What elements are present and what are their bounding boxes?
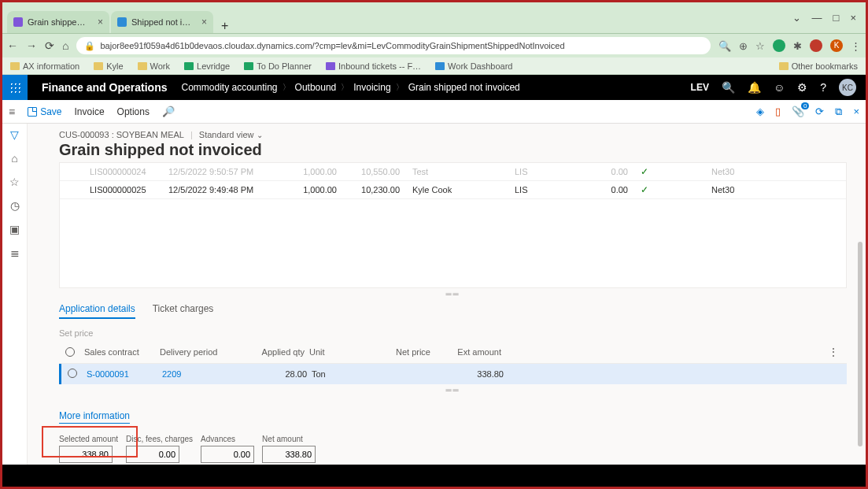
address-bar[interactable]: 🔒 bajor8ee91f059a4d61b0devaos.cloudax.dy… (76, 37, 711, 54)
breadcrumb-item[interactable]: Invoicing (353, 82, 390, 93)
scrollbar[interactable] (858, 242, 862, 446)
app-header: Finance and Operations Commodity account… (2, 75, 866, 100)
advances-field (201, 446, 254, 463)
chevron-down-icon[interactable]: ⌄ (792, 12, 801, 24)
bookmark-item[interactable]: Levridge (184, 61, 230, 71)
extension-icon[interactable] (773, 39, 785, 52)
phone-icon[interactable]: ▯ (775, 106, 781, 117)
table-row[interactable]: LIS000000025 12/5/2022 9:49:48 PM 1,000.… (60, 181, 846, 199)
tab-application-details[interactable]: Application details (59, 303, 135, 319)
breadcrumb-item[interactable]: Grain shipped not invoiced (408, 82, 520, 93)
browser-tab-2[interactable]: Shipped not invoiced - Bulk -- Fi… × (111, 11, 213, 33)
column-header[interactable]: Applied qty (254, 347, 309, 358)
back-icon[interactable]: ← (7, 39, 18, 52)
ext-amount-value: 338.80 (438, 369, 508, 379)
forward-icon[interactable]: → (26, 39, 37, 52)
select-all-radio[interactable] (65, 347, 75, 357)
tab-ticket-charges[interactable]: Ticket charges (153, 303, 214, 319)
disc-fees-label: Disc, fees, charges (126, 435, 193, 443)
attachments-icon[interactable]: 📎 (792, 106, 804, 117)
breadcrumb-item[interactable]: Commodity accounting (181, 82, 277, 93)
bell-icon[interactable]: 🔔 (748, 81, 761, 94)
invoice-button[interactable]: Invoice (75, 106, 105, 117)
find-icon[interactable]: 🔎 (162, 106, 175, 117)
extension-icon[interactable] (810, 39, 822, 52)
bookmark-item[interactable]: Work Dashboard (435, 61, 512, 71)
chevron-down-icon: ⌄ (257, 131, 263, 139)
application-row[interactable]: S-0000091 2209 28.00 Ton 338.80 (59, 364, 847, 384)
column-header[interactable]: Sales contract (81, 347, 160, 358)
avatar[interactable]: KC (839, 79, 856, 96)
advances-label: Advances (201, 435, 254, 443)
applied-qty-value: 28.00 (257, 369, 312, 379)
home-icon[interactable]: ⌂ (11, 152, 17, 165)
minimize-icon[interactable]: — (812, 12, 822, 24)
window-close-icon[interactable]: × (850, 12, 856, 24)
new-tab-button[interactable]: + (215, 19, 235, 33)
row-radio[interactable] (68, 369, 77, 378)
close-form-icon[interactable]: × (853, 106, 859, 117)
url-text: bajor8ee91f059a4d61b0devaos.cloudax.dyna… (100, 41, 564, 50)
company-label[interactable]: LEV (691, 82, 709, 93)
home-icon[interactable]: ⌂ (62, 39, 68, 52)
bookmark-item[interactable]: Work (138, 61, 170, 71)
net-amount-field (262, 446, 316, 463)
delivery-period-link[interactable]: 2209 (162, 369, 257, 379)
refresh-icon[interactable]: ⟳ (815, 106, 824, 117)
net-amount-label: Net amount (262, 435, 316, 443)
save-button[interactable]: Save (28, 106, 61, 117)
lock-icon: 🔒 (84, 41, 95, 51)
close-icon[interactable]: × (201, 17, 207, 28)
more-information-tab[interactable]: More information (59, 410, 130, 424)
browser-tab-1[interactable]: Grain shipped not invoiced -- Fi… × (7, 11, 109, 33)
browser-toolbar: ← → ⟳ ⌂ 🔒 bajor8ee91f059a4d61b0devaos.cl… (2, 34, 866, 57)
filter-icon[interactable]: ▽ (10, 128, 19, 141)
selected-amount-field (59, 446, 113, 463)
star-icon[interactable]: ☆ (755, 40, 765, 52)
hamburger-icon[interactable]: ≡ (9, 106, 15, 118)
close-icon[interactable]: × (98, 17, 103, 28)
other-bookmarks[interactable]: Other bookmarks (779, 61, 858, 71)
share-icon[interactable]: ⊕ (739, 40, 748, 52)
kebab-icon[interactable]: ⋮ (851, 40, 861, 52)
diamond-icon[interactable]: ◈ (756, 106, 764, 117)
page-title: Grain shipped not invoiced (59, 141, 847, 159)
profile-icon[interactable]: K (830, 39, 843, 52)
bookmark-item[interactable]: AX information (10, 61, 79, 71)
smiley-icon[interactable]: ☺ (774, 81, 785, 94)
workspace-icon[interactable]: ▣ (9, 223, 20, 235)
column-header[interactable]: Delivery period (160, 347, 254, 358)
kebab-icon[interactable]: ⋮ (828, 346, 839, 358)
gear-icon[interactable]: ⚙ (797, 81, 807, 94)
options-button[interactable]: Options (117, 106, 150, 117)
sales-contract-link[interactable]: S-0000091 (83, 369, 162, 379)
command-bar: ≡ Save Invoice Options 🔎 ◈ ▯ 📎 ⟳ ⧉ × (2, 100, 866, 124)
splitter-handle[interactable]: ══ (59, 288, 847, 300)
popout-icon[interactable]: ⧉ (835, 106, 842, 118)
column-header[interactable]: Net price (380, 347, 435, 358)
bookmark-item[interactable]: Inbound tickets -- F… (326, 61, 421, 71)
extensions-icon[interactable]: ✱ (793, 40, 802, 52)
bookmark-item[interactable]: Kyle (94, 61, 123, 71)
breadcrumb-item[interactable]: Outbound (295, 82, 337, 93)
splitter-handle[interactable]: ══ (59, 384, 847, 396)
zoom-icon[interactable]: 🔍 (718, 40, 731, 52)
help-icon[interactable]: ? (820, 81, 826, 94)
disc-fees-field (126, 446, 179, 463)
view-selector[interactable]: Standard view ⌄ (199, 130, 263, 139)
breadcrumb: Commodity accounting〉 Outbound〉 Invoicin… (181, 82, 519, 93)
reload-icon[interactable]: ⟳ (45, 39, 54, 52)
column-header[interactable]: Unit (309, 347, 380, 358)
check-icon: ✓ (641, 166, 648, 177)
maximize-icon[interactable]: □ (833, 12, 840, 24)
modules-icon[interactable]: ≣ (10, 246, 20, 259)
table-row[interactable]: LIS000000024 12/5/2022 9:50:57 PM 1,000.… (60, 163, 846, 181)
star-icon[interactable]: ☆ (9, 176, 20, 188)
waffle-icon[interactable] (2, 75, 28, 100)
shipments-grid[interactable]: LIS000000024 12/5/2022 9:50:57 PM 1,000.… (59, 162, 847, 288)
search-icon[interactable]: 🔍 (722, 81, 735, 94)
recent-icon[interactable]: ◷ (10, 199, 20, 212)
set-price-label: Set price (59, 328, 847, 338)
column-header[interactable]: Ext amount (435, 347, 506, 358)
bookmark-item[interactable]: To Do Planner (244, 61, 312, 71)
